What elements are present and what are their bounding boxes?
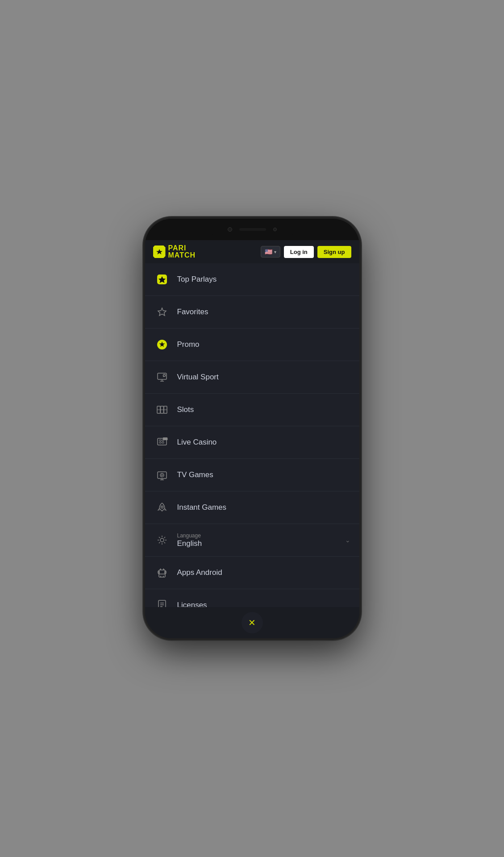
tv-icon — [154, 467, 170, 483]
android-icon — [154, 565, 170, 581]
menu-item-tv-games[interactable]: TV Games — [145, 459, 359, 491]
menu-label-language: English — [177, 539, 202, 548]
signup-button[interactable]: Sign up — [317, 246, 351, 258]
menu-label-promo: Promo — [177, 340, 200, 349]
svg-rect-18 — [159, 442, 161, 443]
menu-label-instant-games: Instant Games — [177, 503, 227, 512]
logo-pari: PARI — [168, 245, 196, 252]
svg-point-27 — [161, 506, 163, 508]
slots-icon — [154, 402, 170, 418]
close-icon: ✕ — [248, 617, 256, 628]
menu-item-top-parlays[interactable]: Top Parlays — [145, 263, 359, 296]
monitor-icon — [154, 369, 170, 385]
close-button[interactable]: ✕ — [242, 612, 263, 633]
svg-marker-26 — [161, 474, 163, 476]
speaker — [239, 228, 266, 231]
svg-rect-39 — [158, 600, 166, 607]
menu-label-tv-games: TV Games — [177, 470, 213, 479]
gear-icon — [154, 532, 170, 548]
flag-icon: 🇺🇸 — [265, 248, 272, 255]
phone-shell: PARI MATCH 🇺🇸 ▾ Log in Sign up — [145, 219, 359, 638]
logo-match: MATCH — [168, 252, 196, 259]
menu-label-top-parlays: Top Parlays — [177, 275, 217, 284]
menu-item-licenses[interactable]: Licenses — [145, 589, 359, 607]
badge-icon — [154, 337, 170, 353]
menu-item-language[interactable]: Language English ⌄ — [145, 524, 359, 557]
menu-label-licenses: Licenses — [177, 601, 207, 607]
menu-item-favorites[interactable]: Favorites — [145, 296, 359, 329]
menu-label-favorites: Favorites — [177, 308, 208, 316]
chevron-right-icon: ⌄ — [345, 537, 350, 544]
svg-rect-16 — [159, 440, 161, 441]
star-outline-icon — [154, 304, 170, 320]
document-icon — [154, 597, 170, 607]
menu-sublabel-language: Language — [177, 533, 202, 539]
menu-label-live-casino: Live Casino — [177, 438, 217, 447]
language-text-group: Language English — [177, 533, 202, 548]
menu-item-promo[interactable]: Promo — [145, 329, 359, 361]
phone-bottom-bar: ✕ — [145, 607, 359, 638]
phone-notch — [145, 219, 359, 240]
parimatch-logo: PARI MATCH — [153, 245, 196, 259]
login-button[interactable]: Log in — [284, 246, 314, 258]
app-header: PARI MATCH 🇺🇸 ▾ Log in Sign up — [145, 240, 359, 263]
svg-rect-19 — [162, 442, 164, 443]
menu-label-virtual-sport: Virtual Sport — [177, 373, 219, 382]
live-icon: LIVE — [154, 434, 170, 450]
svg-marker-0 — [156, 249, 162, 254]
logo-icon — [153, 245, 166, 258]
svg-point-32 — [160, 569, 161, 570]
phone-screen: PARI MATCH 🇺🇸 ▾ Log in Sign up — [145, 240, 359, 638]
svg-text:LIVE: LIVE — [163, 438, 167, 440]
menu-label-slots: Slots — [177, 405, 194, 414]
phone-wrapper: PARI MATCH 🇺🇸 ▾ Log in Sign up — [136, 214, 368, 643]
svg-rect-29 — [159, 570, 165, 577]
menu-list: Top Parlays Favorites — [145, 263, 359, 607]
svg-point-33 — [163, 569, 164, 570]
menu-item-instant-games[interactable]: Instant Games — [145, 491, 359, 524]
menu-item-live-casino[interactable]: LIVE Live Casino — [145, 426, 359, 459]
logo-text-block: PARI MATCH — [168, 245, 196, 259]
menu-item-virtual-sport[interactable]: Virtual Sport — [145, 361, 359, 394]
header-controls: 🇺🇸 ▾ Log in Sign up — [261, 246, 351, 258]
chevron-down-icon: ▾ — [274, 250, 276, 254]
svg-point-28 — [160, 538, 164, 542]
menu-item-slots[interactable]: Slots — [145, 394, 359, 426]
camera-dot — [228, 227, 232, 232]
menu-item-apps-android[interactable]: Apps Android — [145, 557, 359, 589]
rocket-icon — [154, 499, 170, 516]
sensor-dot — [273, 228, 277, 231]
language-selector[interactable]: 🇺🇸 ▾ — [261, 246, 280, 258]
star-filled-icon — [154, 271, 170, 287]
menu-label-apps-android: Apps Android — [177, 568, 222, 577]
svg-marker-3 — [158, 308, 166, 316]
